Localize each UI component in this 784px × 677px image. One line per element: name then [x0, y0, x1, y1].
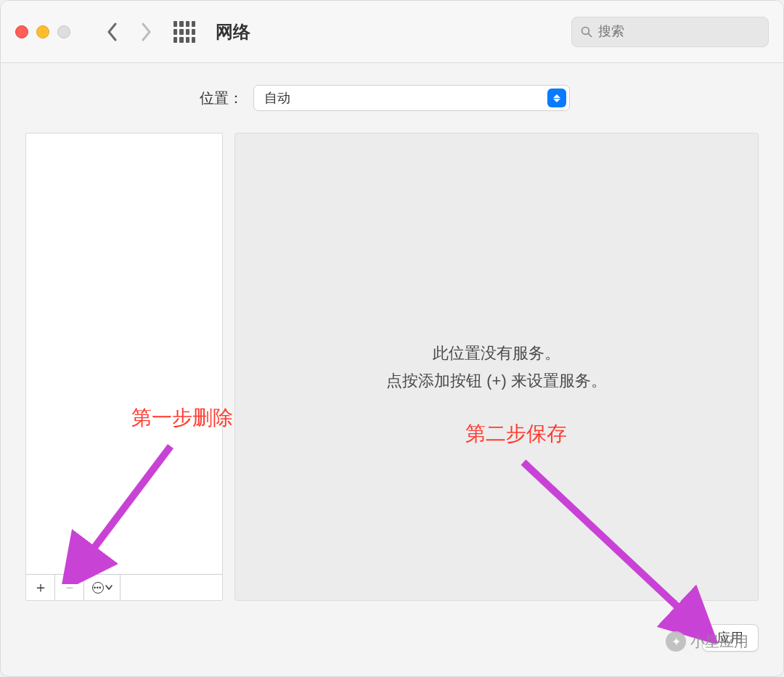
- search-input[interactable]: [598, 24, 759, 39]
- chevron-down-icon: [105, 585, 113, 591]
- service-options-button[interactable]: •••: [84, 575, 121, 600]
- location-label: 位置：: [200, 89, 243, 108]
- location-select[interactable]: 自动: [253, 85, 570, 111]
- minimize-window-button[interactable]: [36, 25, 49, 38]
- plus-icon: ＋: [33, 578, 48, 597]
- empty-message-line1: 此位置没有服务。: [386, 340, 607, 366]
- sidebar-toolbar: ＋ － •••: [26, 574, 222, 600]
- location-value: 自动: [264, 89, 290, 107]
- show-all-icon[interactable]: [173, 21, 195, 43]
- network-preferences-window: 网络 位置： 自动 ＋ － •••: [0, 0, 784, 677]
- services-sidebar: ＋ － •••: [25, 133, 223, 601]
- service-detail-panel: 此位置没有服务。 点按添加按钮 (+) 来设置服务。: [234, 133, 759, 601]
- forward-button: [133, 19, 159, 45]
- ellipsis-circle-icon: •••: [92, 582, 104, 594]
- toolbar-filler: [121, 575, 222, 600]
- apply-button[interactable]: 应用: [702, 624, 759, 652]
- page-title: 网络: [216, 20, 250, 44]
- location-row: 位置： 自动: [25, 85, 759, 111]
- fullscreen-window-button: [57, 25, 70, 38]
- search-field[interactable]: [571, 17, 769, 47]
- empty-message-line2: 点按添加按钮 (+) 来设置服务。: [386, 367, 607, 394]
- window-controls: [15, 25, 70, 38]
- back-button[interactable]: [99, 19, 126, 45]
- titlebar: 网络: [1, 1, 783, 63]
- dropdown-caret-icon: [547, 89, 566, 107]
- svg-line-1: [589, 33, 592, 36]
- remove-service-button: －: [55, 575, 84, 600]
- minus-icon: －: [62, 578, 77, 597]
- close-window-button[interactable]: [15, 25, 28, 38]
- add-service-button[interactable]: ＋: [26, 575, 55, 600]
- panels: ＋ － ••• 此位置没有服务。 点按添加按钮 (+) 来设置服务。: [25, 133, 759, 601]
- content-area: 位置： 自动 ＋ － •••: [1, 63, 783, 601]
- wechat-icon: ✦: [666, 631, 686, 652]
- search-icon: [581, 25, 592, 38]
- svg-point-0: [582, 27, 589, 34]
